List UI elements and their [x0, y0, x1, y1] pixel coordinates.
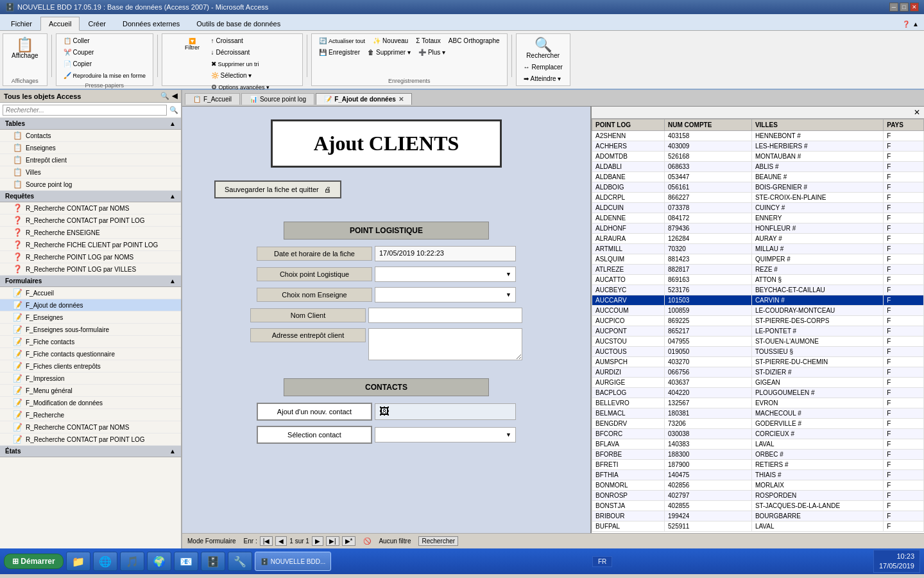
table-row[interactable]: AUCBEYC 523176 BEYCHAC-ET-CAILLAU F [592, 285, 924, 295]
last-record-button[interactable]: ▶| [326, 536, 339, 546]
table-row[interactable]: AUMSPCH 403270 ST-PIERRE-DU-CHEMIN F [592, 357, 924, 367]
table-row[interactable]: A2SHENN 403158 HENNEBONT # F [592, 131, 924, 141]
table-row[interactable]: ACHHERS 403009 LES-HERBIERS # F [592, 141, 924, 152]
filtrer-button[interactable]: 🔽 Filtrer [180, 35, 205, 53]
nav-section-requetes[interactable]: Requêtes ▲ [0, 191, 181, 202]
table-row[interactable]: AURGIGE 403637 GIGEAN F [592, 378, 924, 388]
taskbar-media-icon[interactable]: 🎵 [120, 552, 144, 571]
nav-item-entrepot-client[interactable]: 📋 Entrepôt client [0, 154, 181, 166]
nav-item-f-impression[interactable]: 📝 F_Impression [0, 372, 181, 385]
minimize-button[interactable]: ─ [889, 3, 898, 12]
table-row[interactable]: BFORBE 188300 ORBEC # F [592, 450, 924, 460]
taskbar-chrome-icon[interactable]: 🌍 [147, 552, 171, 571]
tab-fichier[interactable]: Fichier [3, 17, 40, 30]
table-row[interactable]: BELMACL 180381 MACHECOUL # F [592, 408, 924, 419]
table-row[interactable]: AUCPONT 865217 LE-PONTET # F [592, 326, 924, 337]
nav-search-submit-icon[interactable]: 🔍 [169, 106, 178, 114]
tab-outils-bdd[interactable]: Outils de base de données [188, 17, 289, 30]
selection-contact-button[interactable]: Sélection contact [257, 426, 372, 444]
decroissant-button[interactable]: ↓ Décroissant [208, 47, 286, 58]
nav-item-f-menu-general[interactable]: 📝 F_Menu général [0, 385, 181, 397]
ajout-contact-button[interactable]: Ajout d'un nouv. contact [257, 403, 372, 421]
nav-section-tables[interactable]: Tables ▲ [0, 118, 181, 130]
tab-source-pointlog[interactable]: 📊 Source point log [241, 93, 314, 105]
table-row[interactable]: ALRAURA 126284 AURAY # F [592, 234, 924, 244]
table-row[interactable]: AUCPICO 869225 ST-PIERRE-DES-CORPS F [592, 316, 924, 326]
table-row[interactable]: AUCATTO 869163 ATTON § F [592, 275, 924, 285]
taskbar-ie-icon[interactable]: 🌐 [93, 552, 117, 571]
table-row[interactable]: BUFPAL 525911 LAVAL F [592, 521, 924, 532]
nav-item-f-ajout[interactable]: 📝 F_Ajout de données [0, 299, 181, 311]
actualiser-button[interactable]: 🔄 Actualiser tout [316, 35, 368, 46]
table-row[interactable]: ALDABLI 068633 ABLIS # F [592, 162, 924, 172]
nav-item-enseignes[interactable]: 📋 Enseignes [0, 142, 181, 154]
supprimer-tri-button[interactable]: ✖ Supprimer un tri [208, 58, 286, 69]
choix-enseigne-combo[interactable]: ▼ [375, 287, 516, 302]
nav-chevron-icon[interactable]: ◀ [172, 92, 177, 100]
nav-search-input[interactable] [3, 105, 167, 116]
croissant-button[interactable]: ↑ Croissant [208, 35, 286, 46]
tab-f-accueil[interactable]: 📋 F_Accueil [185, 93, 240, 105]
adresse-input[interactable] [368, 328, 522, 360]
table-row[interactable]: ADOMTDB 526168 MONTAUBAN # F [592, 152, 924, 162]
table-row[interactable]: BONROSP 402797 ROSPORDEN F [592, 491, 924, 501]
table-row[interactable]: BONMORL 402856 MORLAIX F [592, 480, 924, 491]
couper-button[interactable]: ✂️ Couper [60, 47, 150, 58]
nav-item-r-contact-pointlog2[interactable]: 📝 R_Recherche CONTACT par POINT LOG [0, 434, 181, 446]
nav-item-f-fiches-entrepots[interactable]: 📝 F_Fiches clients entrepôts [0, 360, 181, 372]
table-row[interactable]: BFLAVA 140383 LAVAL F [592, 439, 924, 450]
plus-button[interactable]: ➕ Plus ▾ [415, 47, 449, 58]
nav-item-f-fiche-contacts[interactable]: 📝 F_Fiche contacts [0, 336, 181, 348]
taskbar-access-app[interactable]: 🗄️ NOUVELLE BDD... [255, 552, 332, 571]
nav-item-f-enseignes-sous[interactable]: 📝 F_Enseignes sous-formulaire [0, 324, 181, 336]
nav-item-r-fiche-client[interactable]: ❓ R_Recherche FICHE CLIENT par POINT LOG [0, 239, 181, 251]
table-row[interactable]: AUCSTOU 047955 ST-OUEN-L'AUMONE F [592, 337, 924, 347]
nav-item-contacts[interactable]: 📋 Contacts [0, 130, 181, 142]
nav-item-r-contact-noms2[interactable]: 📝 R_Recherche CONTACT par NOMS [0, 421, 181, 434]
remplacer-button[interactable]: ↔ Remplacer [520, 62, 566, 73]
affichage-button[interactable]: 📋 Affichage [7, 35, 43, 62]
choix-point-combo[interactable]: ▼ [375, 267, 516, 282]
table-row[interactable]: ALDHONF 879436 HONFLEUR # F [592, 223, 924, 234]
table-row[interactable]: BENGDRV 73206 GODERVILLE # F [592, 419, 924, 429]
tab-accueil[interactable]: Accueil [40, 17, 80, 31]
taskbar-tools-icon[interactable]: 🔧 [228, 552, 252, 571]
nom-client-input[interactable] [368, 308, 522, 323]
totaux-button[interactable]: Σ Totaux [413, 35, 444, 46]
table-row[interactable]: BELLEVRO 132567 EVRON F [592, 398, 924, 408]
selection-contact-combo[interactable]: ▼ [375, 427, 516, 442]
nav-item-f-enseignes[interactable]: 📝 F_Enseignes [0, 311, 181, 324]
new-record-button[interactable]: ▶* [342, 536, 356, 546]
tab-f-ajout[interactable]: 📝 F_Ajout de données ✕ [316, 93, 412, 105]
table-row[interactable]: BFRETI 187900 RETIERS # F [592, 460, 924, 470]
tab-close-icon[interactable]: ✕ [398, 96, 404, 103]
maximize-button[interactable]: □ [900, 3, 909, 12]
table-row[interactable]: ALDCUIN 073378 CUINCY # F [592, 203, 924, 213]
prev-record-button[interactable]: ◀ [275, 536, 287, 546]
table-row[interactable]: ALDCRPL 866227 STE-CROIX-EN-PLAINE F [592, 193, 924, 203]
orthographe-button[interactable]: ABC Orthographe [445, 35, 503, 46]
nav-item-f-accueil[interactable]: 📝 F_Accueil [0, 287, 181, 299]
rechercher-button[interactable]: 🔍 Rechercher [522, 35, 564, 62]
datasheet-scroll-area[interactable]: POINT LOG NUM COMPTE VILLES PAYS A2SHENN… [592, 119, 924, 533]
next-record-button[interactable]: ▶ [312, 536, 323, 546]
supprimer-button[interactable]: 🗑 Supprimer ▾ [364, 47, 414, 58]
nav-item-r-enseigne[interactable]: ❓ R_Recherche ENSEIGNE [0, 227, 181, 239]
nav-section-etats[interactable]: États ▲ [0, 446, 181, 457]
taskbar-explorer-icon[interactable]: 📁 [66, 552, 90, 571]
table-row[interactable]: AUCTOUS 019050 TOUSSIEU § F [592, 347, 924, 357]
reproduire-button[interactable]: 🖌️ Reproduire la mise en forme [60, 70, 150, 81]
table-row[interactable]: BFCORC 030038 CORCIEUX # F [592, 429, 924, 439]
table-row[interactable]: BACPLOG 404220 PLOUGOUMELEN # F [592, 388, 924, 398]
datasheet-close-icon[interactable]: ✕ [911, 108, 923, 117]
table-row[interactable]: ALDENNE 084172 ENNERY F [592, 213, 924, 223]
nav-search-icon[interactable]: 🔍 [160, 92, 169, 100]
nav-item-r-pointlog-noms[interactable]: ❓ R_Recherche POINT LOG par NOMS [0, 251, 181, 263]
start-button[interactable]: ⊞ Démarrer [4, 554, 64, 569]
nav-item-f-fiche-questionnaire[interactable]: 📝 F_Fiche contacts questionnaire [0, 348, 181, 360]
table-row[interactable]: AURDIZI 066756 ST-DIZIER # F [592, 367, 924, 378]
taskbar-outlook-icon[interactable]: 📧 [174, 552, 198, 571]
table-row[interactable]: AUCCOUM 100859 LE-COUDRAY-MONTCEAU F [592, 306, 924, 316]
table-row[interactable]: ARTMILL 70320 MILLAU # F [592, 244, 924, 254]
nav-section-formulaires[interactable]: Formulaires ▲ [0, 276, 181, 287]
